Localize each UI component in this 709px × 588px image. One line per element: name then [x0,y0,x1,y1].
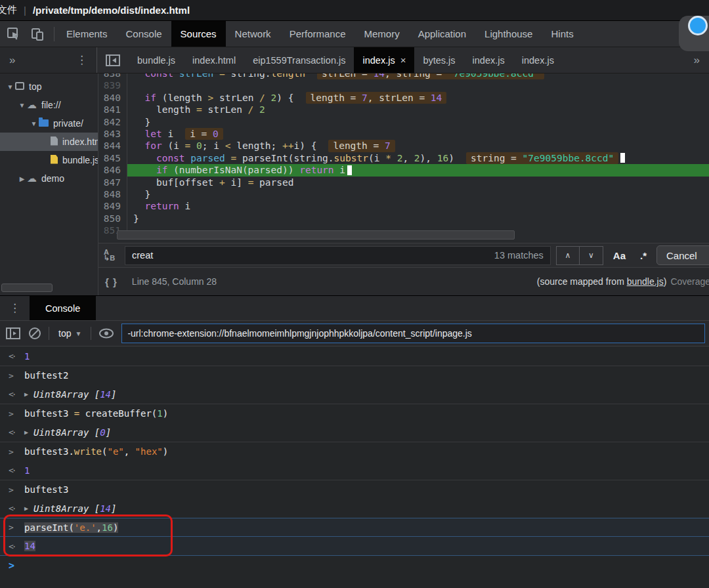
line-number[interactable]: 841 [98,104,127,116]
code-token [173,74,179,79]
line-number[interactable]: 849 [98,200,127,212]
console-sidebar-toggle-icon[interactable] [5,326,21,341]
file-tab-index.js[interactable]: index.js× [354,47,414,73]
close-icon[interactable]: × [400,54,406,66]
code-line-content[interactable]: length = strLen / 2 [127,104,709,116]
line-number[interactable]: 844 [98,140,127,152]
console-prompt[interactable]: > [0,556,709,576]
line-number[interactable]: 843 [98,128,127,140]
more-options-icon[interactable]: ⋮ [76,53,87,67]
editor-horizontal-scrollbar[interactable] [117,230,515,240]
search-input[interactable] [132,250,494,261]
hint-token: strLen = [322,74,374,79]
code-line-content[interactable]: buf[offset + i] = parsed [127,177,709,188]
tab-elements[interactable]: Elements [57,21,117,47]
file-menu-label[interactable]: 文件 [0,4,17,16]
code-line-content[interactable]: } [127,213,709,224]
eye-icon[interactable] [98,327,115,340]
code-line-content[interactable]: for (i = 0; i < length; ++i) {length = 7 [127,140,709,152]
tree-item-file[interactable]: ▼☁file:// [0,96,98,114]
tree-item-bundlejs[interactable]: bundle.js [0,151,98,169]
match-case-toggle[interactable]: Aa [609,250,630,261]
expand-triangle-icon[interactable]: ▶ [24,505,28,512]
code-token: substr [334,152,368,164]
tab-memory[interactable]: Memory [355,21,409,47]
tree-item-indexhtml[interactable]: index.html [0,133,98,151]
navigator-horizontal-scrollbar[interactable] [1,284,53,292]
file-tab-bytes.js[interactable]: bytes.js [414,47,463,73]
inspect-element-icon[interactable] [7,27,21,41]
line-number[interactable]: 846 [98,164,127,176]
code-line-content[interactable]: } [127,116,709,128]
disclosure-right-icon[interactable]: ▶ [17,175,27,182]
code-line: 842 } [98,116,709,128]
tree-item-private[interactable]: ▼private/ [0,114,98,133]
search-previous-button[interactable]: ∧ [556,246,580,265]
tab-hints[interactable]: Hints [542,21,582,47]
drawer-menu-icon[interactable]: ⋮ [9,301,20,315]
code-line-content[interactable]: const parsed = parseInt(string.substr(i … [127,152,709,164]
file-tab-index.js[interactable]: index.js [464,47,513,73]
disclosure-down-icon[interactable]: ▼ [29,120,39,127]
tab-overflow-left-button[interactable]: » [9,54,15,67]
code-token: (numberIsNaN(parsed)) [167,164,299,176]
line-number[interactable]: 839 [98,79,127,91]
console-filter-input[interactable] [127,328,699,339]
tab-performance[interactable]: Performance [280,21,355,47]
file-tab-eip1559Transaction.js[interactable]: eip1559Transaction.js [244,47,354,73]
tree-item-top[interactable]: ▼top [0,77,98,96]
code-token: i] [230,177,247,188]
disclosure-down-icon[interactable]: ▼ [17,102,27,109]
file-tab-bundle.js[interactable]: bundle.js [129,47,184,73]
execution-context-select[interactable]: top ▼ [56,328,84,339]
search-next-button[interactable]: ∨ [580,246,603,265]
tree-item-demo[interactable]: ▶☁demo [0,169,98,188]
navigator-panel-toggle-icon[interactable] [97,47,129,73]
search-field-wrap[interactable]: 13 matches [125,246,551,265]
line-number[interactable]: 847 [98,177,127,188]
bundle-link[interactable]: bundle.js [627,276,664,287]
expand-triangle-icon[interactable]: ▶ [24,429,28,436]
regex-toggle[interactable]: .* [635,250,651,261]
extension-badge-icon[interactable] [688,16,708,35]
tab-console[interactable]: Console [30,296,96,320]
tab-application[interactable]: Application [409,21,475,47]
code-line-content[interactable]: let ii = 0 [127,128,709,140]
code-editor[interactable]: 838 const strLen = string.lengthstrLen =… [98,74,709,243]
console-row-text: buftest2 [24,370,68,381]
tab-overflow-right-button[interactable]: » [694,54,700,67]
line-number[interactable]: 848 [98,188,127,200]
line-number[interactable]: 842 [98,116,127,128]
source-mapped-text: (source mapped from [537,276,627,287]
debugger-value-hint: i = 0 [185,128,223,140]
tab-lighthouse[interactable]: Lighthouse [475,21,542,47]
code-line-content[interactable]: if (length > strLen / 2) {length = 7, st… [127,92,709,104]
console-filter-wrap[interactable] [121,324,705,343]
code-line-content[interactable]: return i [127,200,709,212]
find-replace-toggle-icon[interactable]: A↳B [104,249,119,261]
code-line-content[interactable]: const strLen = string.lengthstrLen = 14,… [127,74,709,79]
console-row-text: parseInt('e.',16) [24,522,118,533]
code-line-content[interactable]: } [127,188,709,200]
line-number[interactable]: 838 [98,74,127,79]
code-token: = [185,140,196,152]
file-tab-index.js[interactable]: index.js [513,47,563,73]
line-number[interactable]: 850 [98,213,127,224]
code-token [133,164,156,176]
disclosure-down-icon[interactable]: ▼ [5,83,15,91]
code-line-content[interactable] [127,79,709,91]
device-toolbar-icon[interactable] [30,27,45,41]
search-cancel-button[interactable]: Cancel [656,245,709,265]
tab-console[interactable]: Console [117,21,171,47]
line-number[interactable]: 840 [98,92,127,104]
clear-console-icon[interactable] [28,326,42,341]
tab-sources[interactable]: Sources [171,21,226,47]
code-line-content[interactable]: if (numberIsNaN(parsed)) return i [127,164,709,176]
line-number[interactable]: 845 [98,152,127,164]
hint-token: length = [311,93,362,103]
expand-triangle-icon[interactable]: ▶ [24,390,28,398]
chevron-down-icon: ∨ [588,251,594,260]
tab-network[interactable]: Network [226,21,280,47]
file-tab-index.html[interactable]: index.html [184,47,244,73]
pretty-print-icon[interactable]: { } [105,276,118,287]
